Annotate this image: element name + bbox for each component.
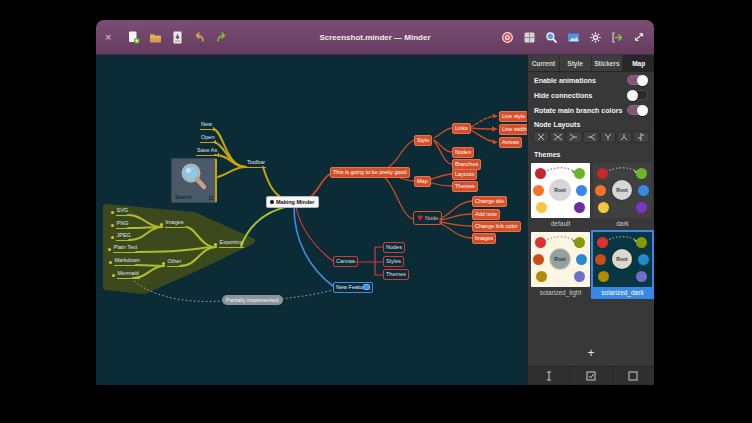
map-node-save-as[interactable]: Save As xyxy=(196,147,218,156)
zoom-button[interactable] xyxy=(543,29,559,45)
theme-card-dark[interactable]: Root dark xyxy=(593,163,652,228)
map-node-arrows[interactable]: Arrows xyxy=(499,137,522,148)
theme-card-default[interactable]: Root default xyxy=(531,163,590,228)
theme-card-solarized-dark[interactable]: Root solarized_dark xyxy=(593,232,652,297)
settings-gear-icon xyxy=(589,31,602,44)
option-rotate-branch-colors: Rotate main branch colors xyxy=(528,102,654,117)
layout-down-button[interactable] xyxy=(617,131,633,143)
map-node-markdown[interactable]: Markdown xyxy=(109,257,141,266)
theme-circle xyxy=(574,168,585,179)
map-node-root[interactable]: Making Minder xyxy=(266,196,319,208)
map-node-line-style[interactable]: Line style xyxy=(499,111,527,122)
map-node-new[interactable]: New xyxy=(200,121,213,130)
layout-vertical-button[interactable] xyxy=(633,131,649,143)
theme-preview: Root xyxy=(593,163,652,218)
map-node-mermaid[interactable]: Mermaid xyxy=(112,270,140,279)
redo-button[interactable] xyxy=(213,29,229,45)
map-node-links[interactable]: Links xyxy=(452,123,471,134)
layout-left-icon xyxy=(568,132,580,142)
map-node-plain-text[interactable]: Plain Text xyxy=(108,244,138,253)
option-hide-connections: Hide connections xyxy=(528,87,654,102)
theme-circle xyxy=(636,237,647,248)
image-resize-icon[interactable] xyxy=(209,196,213,200)
theme-label: solarized_light xyxy=(531,287,590,297)
map-node-other[interactable]: Other xyxy=(162,258,182,267)
heart-image: ♥ xyxy=(417,213,423,223)
settings-button[interactable] xyxy=(587,29,603,45)
map-node-jpeg[interactable]: JPEG xyxy=(111,232,132,241)
map-node-images-right[interactable]: Images xyxy=(472,233,496,244)
bullet-icon xyxy=(214,243,217,246)
layout-up-icon xyxy=(602,132,614,142)
new-document-icon xyxy=(127,31,140,44)
map-node-map[interactable]: Map xyxy=(414,176,431,187)
option-enable-animations: Enable animations xyxy=(528,72,654,87)
theme-card-solarized-light[interactable]: Root solarized_light xyxy=(531,232,590,297)
map-node-toolbar[interactable]: Toolbar xyxy=(246,159,266,168)
map-node-nodes[interactable]: Nodes xyxy=(452,147,474,158)
map-node-exporting[interactable]: Exporting xyxy=(214,239,244,248)
layout-manual-button[interactable] xyxy=(533,131,549,143)
search-icon xyxy=(545,31,558,44)
map-node-node[interactable]: ♥Node xyxy=(413,211,442,225)
map-node-layouts[interactable]: Layouts xyxy=(452,169,477,180)
focus-mode-button[interactable] xyxy=(499,29,515,45)
node-border-button[interactable] xyxy=(613,367,654,385)
export-image-button[interactable] xyxy=(565,29,581,45)
hide-connections-toggle[interactable] xyxy=(627,90,648,100)
map-node-search-image[interactable]: Search xyxy=(171,158,217,203)
open-button[interactable] xyxy=(147,29,163,45)
close-icon: × xyxy=(105,32,117,43)
bullet-icon xyxy=(109,261,112,264)
overview-button[interactable] xyxy=(521,29,537,45)
map-node-line-width[interactable]: Line width xyxy=(499,124,527,135)
map-node-styles-canvas[interactable]: Styles xyxy=(383,256,404,267)
undo-button[interactable] xyxy=(191,29,207,45)
new-document-button[interactable] xyxy=(125,29,141,45)
sidebar-bottom-bar xyxy=(528,366,654,385)
tab-style[interactable]: Style xyxy=(560,55,592,71)
bullet-icon xyxy=(111,224,114,227)
map-node-themes[interactable]: Themes xyxy=(452,181,478,192)
map-node-themes-canvas[interactable]: Themes xyxy=(383,269,409,280)
map-node-partially-implemented[interactable]: Partially implemented xyxy=(222,295,283,305)
layout-left-button[interactable] xyxy=(566,131,582,143)
redo-icon xyxy=(215,31,228,44)
enable-animations-toggle[interactable] xyxy=(627,75,648,85)
map-node-add-note[interactable]: Add note xyxy=(472,209,500,220)
open-folder-icon xyxy=(149,31,162,44)
task-checkbox-button[interactable] xyxy=(570,367,612,385)
theme-circle xyxy=(636,168,647,179)
map-node-canvas[interactable]: Canvas xyxy=(333,256,358,267)
map-node-pretty-good[interactable]: This is going to be pretty good xyxy=(330,167,410,178)
theme-circle xyxy=(574,271,585,282)
undo-icon xyxy=(193,31,206,44)
tab-current[interactable]: Current xyxy=(528,55,560,71)
text-properties-button[interactable] xyxy=(528,367,570,385)
map-node-open[interactable]: Open xyxy=(200,134,215,143)
layout-up-button[interactable] xyxy=(600,131,616,143)
fullscreen-button[interactable] xyxy=(631,29,647,45)
map-node-png[interactable]: PNG xyxy=(111,220,129,229)
focus-target-icon xyxy=(501,31,514,44)
tab-stickers[interactable]: Stickers xyxy=(592,55,624,71)
map-node-change-title[interactable]: Change title xyxy=(472,196,507,207)
mindmap-canvas[interactable]: Search Toolbar New Open Save As Exportin… xyxy=(96,55,527,385)
layout-right-button[interactable] xyxy=(583,131,599,143)
map-node-images[interactable]: Images xyxy=(160,219,185,228)
layout-manual-icon xyxy=(535,132,547,142)
tab-map[interactable]: Map xyxy=(623,55,654,71)
map-node-nodes-canvas[interactable]: Nodes xyxy=(383,242,405,253)
theme-label: dark xyxy=(593,218,652,228)
map-node-change-link-color[interactable]: Change link color xyxy=(472,221,521,232)
layout-horizontal-button[interactable] xyxy=(550,131,566,143)
map-node-svg[interactable]: SVG xyxy=(111,207,129,216)
export-button[interactable] xyxy=(609,29,625,45)
save-button[interactable] xyxy=(169,29,185,45)
close-button[interactable]: × xyxy=(103,29,119,45)
map-node-style[interactable]: Style xyxy=(414,135,432,146)
bullet-icon xyxy=(112,274,115,277)
rotate-branch-colors-toggle[interactable] xyxy=(627,105,648,115)
add-theme-button[interactable]: + xyxy=(528,347,654,359)
theme-label: solarized_dark xyxy=(593,287,652,297)
